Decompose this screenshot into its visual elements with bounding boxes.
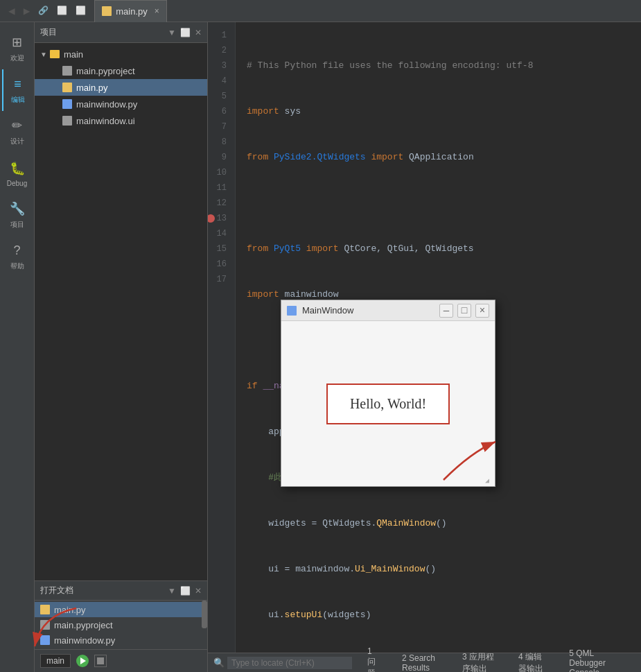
tree-root-arrow: ▼ — [40, 51, 47, 58]
status-search-area: 🔍 — [213, 657, 352, 669]
ln-9: 9 — [208, 150, 231, 165]
open-doc-label-mainwindowpy: mainwindow.py — [54, 635, 115, 646]
status-search-results[interactable]: 2 Search Results — [398, 652, 447, 673]
open-docs-scrollbar[interactable] — [202, 601, 207, 649]
debug-icon: 🐛 — [9, 160, 26, 177]
active-tab[interactable]: main.py × — [94, 0, 167, 22]
nav-extra1[interactable]: 🔗 — [35, 4, 51, 17]
nav-extra2[interactable]: ⬜ — [54, 4, 70, 17]
popup-body: Hello, World! ◢ — [281, 321, 495, 486]
code-kw-import5: import — [301, 241, 339, 257]
open-docs-header: 打开文档 ▼ ⬜ ✕ — [35, 581, 207, 601]
tree-root-folder[interactable]: ▼ main — [35, 46, 207, 62]
code-func12: Ui_MainWindow — [355, 562, 425, 577]
ln-16: 16 — [208, 257, 231, 272]
tree-file-mainwindow-ui[interactable]: mainwindow.ui — [35, 112, 207, 129]
sidebar-item-help[interactable]: ? 帮助 — [2, 236, 33, 277]
tree-root-label: main — [64, 49, 83, 60]
sidebar-item-welcome[interactable]: ⊞ 欢迎 — [2, 28, 33, 69]
ln-15: 15 — [208, 241, 231, 257]
sidebar-label-design: 设计 — [10, 137, 24, 146]
code-line-13: ui.setupUi(widgets) — [247, 608, 630, 623]
ln-12: 12 — [208, 196, 231, 211]
small-stop-icon — [97, 657, 104, 664]
locate-input[interactable] — [227, 657, 352, 669]
ln-6: 6 — [208, 104, 231, 119]
ln-3: 3 — [208, 58, 231, 74]
line-numbers: 1 2 3 4 5 6 7 ▼ 8 9 10 11 12 — [208, 22, 236, 653]
popup-title-text: MainWindow — [302, 305, 434, 316]
sidebar-item-design[interactable]: ✏ 设计 — [2, 111, 33, 153]
mainwindow-popup[interactable]: MainWindow — □ × Hello, World! ◢ — [281, 300, 495, 487]
small-run-btn[interactable] — [76, 655, 89, 667]
tab-close-btn[interactable]: × — [155, 6, 159, 16]
open-doc-icon-mainwindowpy — [40, 635, 50, 645]
open-docs-close[interactable]: ✕ — [195, 586, 202, 596]
code-func13: setupUi — [285, 608, 323, 623]
code-line-2: import sys — [247, 104, 630, 119]
popup-resize-handle[interactable]: ◢ — [485, 476, 493, 485]
code-indent11: widgets = QtWidgets. — [247, 516, 376, 531]
file-icon-mainpy — [62, 83, 72, 92]
tree-file-label-mainwindowpy: mainwindow.py — [76, 99, 137, 110]
open-doc-mainwindowpy[interactable]: mainwindow.py — [35, 632, 207, 648]
tree-file-pyproject[interactable]: main.pyproject — [35, 62, 207, 79]
status-search-results-text: 2 Search Results — [402, 653, 435, 673]
edit-icon: ≡ — [10, 76, 26, 92]
open-doc-pyproject[interactable]: main.pyproject — [35, 617, 207, 632]
status-app-output[interactable]: 3 应用程序输出 — [458, 650, 503, 673]
panel-close-icon[interactable]: ✕ — [195, 28, 202, 37]
code-text-3: QApplication — [403, 150, 473, 165]
project-icon: 🔧 — [9, 200, 26, 217]
popup-maximize-btn[interactable]: □ — [457, 304, 471, 318]
sidebar-item-project[interactable]: 🔧 项目 — [2, 194, 33, 236]
sidebar-item-edit[interactable]: ≡ 编辑 — [2, 69, 33, 111]
project-panel-title: 项目 — [40, 26, 57, 38]
open-docs-scrollbar-thumb — [202, 601, 207, 628]
code-kw-from5: from — [247, 241, 268, 257]
tab-label: main.py — [116, 6, 148, 17]
small-stop-btn[interactable] — [94, 655, 107, 667]
open-docs-title: 打开文档 — [40, 585, 73, 596]
panel-header-icons: ▼ ⬜ ✕ — [168, 28, 202, 37]
open-docs-layout[interactable]: ⬜ — [180, 586, 191, 596]
sidebar-label-debug: Debug — [7, 180, 27, 187]
sidebar-label-project: 项目 — [10, 220, 24, 230]
panel-settings-icon[interactable]: ▼ — [168, 28, 176, 37]
popup-minimize-btn[interactable]: — — [439, 304, 453, 318]
code-text13: (widgets) — [322, 608, 371, 623]
tree-file-label-mainpy: main.py — [76, 83, 108, 93]
code-text11: () — [436, 516, 447, 531]
tree-file-label-pyproject: main.pyproject — [76, 66, 135, 76]
sidebar-label-help: 帮助 — [10, 261, 24, 271]
panel-layout-icon[interactable]: ⬜ — [180, 28, 191, 37]
code-area-wrapper: 1 2 3 4 5 6 7 ▼ 8 9 10 11 12 — [208, 22, 641, 653]
tree-file-mainpy[interactable]: main.py — [35, 79, 207, 96]
open-doc-mainpy[interactable]: main.py — [35, 602, 207, 617]
nav-buttons: ◀ ▶ 🔗 ⬜ ⬜ — [0, 3, 94, 19]
popup-controls: — □ × — [439, 304, 489, 318]
nav-forward-btn[interactable]: ▶ — [21, 3, 33, 19]
breakpoint-13 — [208, 214, 215, 223]
code-module5: PyQt5 — [268, 241, 301, 257]
status-editor-output[interactable]: 4 编辑器输出 — [514, 650, 554, 673]
design-icon: ✏ — [9, 117, 26, 134]
nav-back-btn[interactable]: ◀ — [6, 3, 18, 19]
ln-5: 5 — [208, 89, 231, 104]
popup-close-btn[interactable]: × — [475, 304, 489, 318]
hello-world-text: Hello, World! — [350, 396, 426, 411]
sidebar-item-debug[interactable]: 🐛 Debug — [2, 153, 33, 194]
status-editor-output-text: 4 编辑器输出 — [518, 652, 543, 673]
code-indent10 — [247, 470, 268, 485]
tab-bar: ◀ ▶ 🔗 ⬜ ⬜ main.py × — [0, 0, 641, 22]
open-docs-panel: 打开文档 ▼ ⬜ ✕ main.py main.pyproject — [35, 580, 207, 649]
tree-file-mainwindow-py[interactable]: mainwindow.py — [35, 96, 207, 112]
project-tree: ▼ main main.pyproject main.py mainwindow… — [35, 43, 207, 580]
open-docs-arrow[interactable]: ▼ — [168, 586, 176, 596]
nav-extra3[interactable]: ⬜ — [73, 4, 89, 17]
ln-4: 4 — [208, 74, 231, 89]
small-run-icon — [80, 657, 86, 664]
code-func11: QMainWindow — [376, 516, 436, 531]
code-line-1: # This Python file uses the following en… — [247, 58, 630, 74]
code-kw-import6: import — [247, 287, 279, 302]
